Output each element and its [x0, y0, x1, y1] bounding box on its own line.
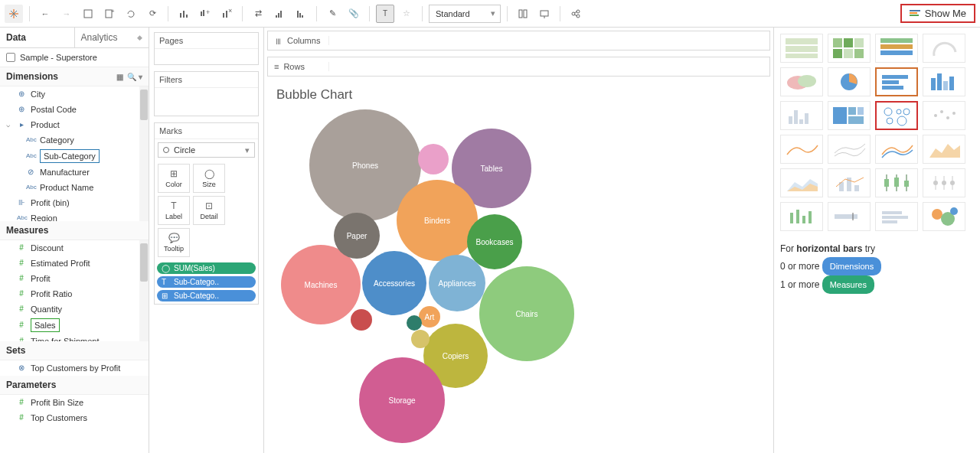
dimension-field[interactable]: AbcCategory	[0, 132, 149, 148]
tooltip-icon: 💬	[168, 233, 180, 243]
refresh-icon[interactable]	[122, 5, 140, 23]
bubble-mark[interactable]	[418, 144, 449, 174]
set-field[interactable]: ⊗Top Customers by Profit	[0, 360, 149, 376]
clear-sheet-icon[interactable]: ×	[217, 5, 236, 23]
showme-chart-type[interactable]	[875, 168, 918, 197]
pages-shelf[interactable]: Pages	[154, 32, 259, 65]
show-me-button[interactable]: Show Me	[900, 4, 975, 23]
rows-shelf[interactable]: ≡Rows	[267, 57, 770, 77]
bubble-mark[interactable]: Storage	[359, 357, 445, 443]
showme-chart-type[interactable]	[875, 101, 918, 130]
measure-field[interactable]: #Time for Shipment	[0, 334, 149, 341]
showme-chart-type[interactable]	[780, 135, 823, 164]
bubble-mark[interactable]	[411, 330, 430, 348]
tab-analytics[interactable]: Analytics◆	[74, 28, 149, 47]
showme-chart-type[interactable]	[780, 101, 823, 130]
showme-chart-type[interactable]	[875, 202, 918, 231]
showme-chart-type[interactable]	[828, 34, 871, 63]
new-datasource-icon[interactable]: +	[100, 5, 119, 23]
duplicate-sheet-icon[interactable]: +	[196, 5, 214, 23]
bubble-mark[interactable]: Appliances	[429, 255, 485, 311]
dimension-field[interactable]: AbcProduct Name	[0, 180, 149, 195]
svg-rect-56	[805, 113, 808, 124]
svg-rect-33	[786, 54, 818, 58]
fit-select[interactable]: Standard	[429, 5, 501, 23]
measure-field[interactable]: #Quantity	[0, 301, 149, 317]
showme-chart-type[interactable]	[923, 101, 965, 130]
bubble-mark[interactable]	[407, 315, 422, 331]
showme-chart-type[interactable]	[828, 135, 871, 164]
showme-chart-type[interactable]	[875, 67, 918, 96]
bubble-mark[interactable]: Accessories	[362, 251, 426, 315]
filters-shelf[interactable]: Filters	[154, 71, 259, 116]
sort-asc-icon[interactable]	[270, 5, 289, 23]
datasource-row[interactable]: Sample - Superstore	[0, 48, 149, 67]
showme-chart-type[interactable]	[923, 67, 965, 96]
bubble-mark[interactable]	[351, 309, 372, 331]
dimension-field[interactable]: ⌵▸Product	[0, 117, 149, 132]
back-icon[interactable]: ←	[36, 5, 54, 23]
forward-icon[interactable]: →	[57, 5, 76, 23]
measure-field[interactable]: #Profit	[0, 271, 149, 286]
showme-chart-type[interactable]	[780, 34, 823, 63]
dimension-field[interactable]: ⊪Profit (bin)	[0, 195, 149, 210]
mark-label-button[interactable]: TLabel	[158, 196, 190, 225]
sort-desc-icon[interactable]	[292, 5, 310, 23]
dimension-field[interactable]: ⊕Postal Code	[0, 102, 149, 117]
columns-shelf[interactable]: ⫼Columns	[267, 31, 770, 51]
showme-chart-type[interactable]	[875, 34, 918, 63]
showme-chart-type[interactable]	[923, 135, 965, 164]
showme-chart-type[interactable]	[780, 168, 823, 197]
dimension-field[interactable]: ⊕City	[0, 86, 149, 102]
presentation-icon[interactable]	[535, 5, 554, 23]
refresh-dropdown-icon[interactable]: ⟳	[143, 5, 162, 23]
field-pill[interactable]: TSub-Catego..	[157, 276, 256, 288]
showme-chart-type[interactable]	[780, 67, 823, 96]
save-icon[interactable]	[79, 5, 97, 23]
showme-chart-type[interactable]	[875, 135, 918, 164]
showme-chart-type[interactable]	[923, 34, 965, 63]
parameter-field[interactable]: #Top Customers	[0, 410, 149, 425]
swap-icon[interactable]: ⇄	[249, 5, 267, 23]
measure-field[interactable]: #Profit Ratio	[0, 286, 149, 301]
measure-field[interactable]: #Sales	[0, 317, 149, 334]
showme-chart-type[interactable]	[828, 101, 871, 130]
label-toggle-icon[interactable]: T	[376, 5, 394, 23]
parameter-field[interactable]: #Profit Bin Size	[0, 395, 149, 410]
bubble-mark[interactable]: Chairs	[479, 266, 574, 361]
viz-title[interactable]: Bubble Chart	[264, 80, 773, 110]
dimension-field[interactable]: ⊘Manufacturer	[0, 165, 149, 180]
find-field-icon[interactable]: ▦ 🔍 ▾	[116, 73, 142, 81]
measure-field[interactable]: #Estimated Profit	[0, 256, 149, 271]
field-pill[interactable]: ◯SUM(Sales)	[157, 262, 256, 274]
viz-canvas[interactable]: PhonesTablesBindersBookcasesMachinesAcce…	[264, 110, 773, 453]
dimension-field[interactable]: AbcSub-Category	[0, 148, 149, 165]
dimension-field[interactable]: AbcRegion	[0, 210, 149, 221]
tab-data[interactable]: Data	[0, 28, 74, 47]
share-icon[interactable]	[567, 5, 585, 23]
group-icon[interactable]: 📎	[345, 5, 363, 23]
bubble-mark[interactable]: Binders	[397, 180, 478, 261]
cards-icon[interactable]	[514, 5, 532, 23]
showme-chart-type[interactable]	[923, 168, 965, 197]
mark-size-button[interactable]: ◯Size	[193, 164, 225, 193]
highlight-icon[interactable]: ✎	[323, 5, 341, 23]
showme-chart-type[interactable]	[828, 67, 871, 96]
measure-field[interactable]: #Discount	[0, 240, 149, 256]
new-sheet-icon[interactable]	[175, 5, 193, 23]
bubble-mark[interactable]: Art	[419, 306, 440, 328]
showme-chart-type[interactable]	[923, 202, 965, 231]
mark-tooltip-button[interactable]: 💬Tooltip	[158, 228, 190, 257]
sets-header: Sets	[0, 341, 149, 360]
showme-chart-type[interactable]	[828, 202, 871, 231]
showme-chart-type[interactable]	[780, 202, 823, 231]
showme-chart-type[interactable]	[828, 168, 871, 197]
mark-color-button[interactable]: ⊞Color	[158, 164, 190, 193]
svg-rect-23	[524, 10, 527, 18]
star-icon[interactable]: ☆	[397, 5, 416, 23]
bubble-mark[interactable]: Paper	[334, 213, 380, 259]
tableau-logo-icon[interactable]	[5, 5, 23, 23]
mark-detail-button[interactable]: ⊡Detail	[193, 196, 225, 225]
mark-type-select[interactable]: Circle	[158, 142, 255, 158]
field-pill[interactable]: ⊞Sub-Catego..	[157, 290, 256, 301]
